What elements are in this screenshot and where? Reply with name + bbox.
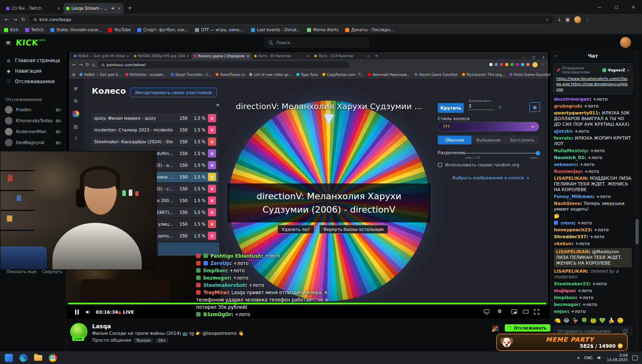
edge-icon[interactable]	[19, 353, 28, 363]
emote[interactable]: 😂	[563, 318, 569, 323]
pinned-chevron-icon[interactable]: ∨	[627, 68, 629, 72]
forward-button[interactable]: →	[13, 17, 17, 22]
pip-icon[interactable]	[511, 309, 517, 314]
meme-party-banner[interactable]: 🐶 MEME PARTY 582$ / 14900	[496, 334, 628, 351]
emote[interactable]: 🙂	[617, 318, 624, 323]
stream-tag[interactable]: 18+	[156, 338, 168, 343]
chat-username[interactable]: zmox	[561, 220, 577, 226]
reload-button[interactable]: ↻	[21, 17, 25, 22]
chat-username[interactable]: vkekuv	[554, 241, 575, 246]
bookmark-item[interactable]: Last events - Donat...	[251, 28, 300, 32]
page-scrollbar[interactable]	[635, 51, 639, 351]
sidebar-channel-item[interactable]: KhovanskyToday	[0, 115, 66, 126]
sidebar-nav-item[interactable]: ⌂ Главная страница	[0, 55, 66, 66]
tab-close-icon[interactable]: ×	[57, 6, 61, 11]
chat-username[interactable]: grubogrub	[554, 103, 584, 109]
collapse-chat-icon[interactable]: «	[554, 53, 557, 58]
search-box[interactable]: Поиск	[265, 38, 369, 47]
settings-gear-icon[interactable]: ⚙	[497, 308, 502, 314]
chat-username[interactable]: qJetski	[554, 129, 575, 134]
chat-username[interactable]: RussianJay	[554, 169, 584, 174]
chat-username[interactable]: LISAPELIKAN	[554, 176, 590, 181]
chat-username[interactable]: dexxtrmorgan	[554, 97, 593, 102]
bookmark-item[interactable]: YouTube	[108, 28, 131, 32]
chat-username[interactable]: sebasorc	[554, 162, 580, 167]
file-explorer-icon[interactable]	[33, 353, 43, 363]
pinned-links[interactable]: https://www.donationalerts.com/r/lasqa и…	[556, 76, 629, 92]
chat-username[interactable]: fevralx	[554, 136, 575, 141]
stream-tag[interactable]: Russian	[134, 338, 153, 343]
bookmark-item[interactable]: Twitch	[25, 28, 44, 32]
taskbar-clock[interactable]: 0:09 14.09.2025	[607, 353, 628, 362]
chat-username[interactable]: LISAPELIKAN	[554, 269, 590, 274]
user-avatar[interactable]	[620, 37, 631, 48]
downloads-icon[interactable]: ↓	[557, 17, 561, 22]
tab-close-icon[interactable]: ×	[117, 6, 121, 11]
chat-username[interactable]: Naumich_02	[554, 155, 588, 160]
bookmark-item[interactable]: DTF — игры, кино,...	[195, 28, 244, 32]
chat-username[interactable]: qwertyqwerty011	[554, 110, 602, 116]
pause-button[interactable]	[75, 310, 79, 314]
chat-username[interactable]: bezmogor	[554, 302, 582, 307]
sidebar-channel-item[interactable]: AndersonMan	[0, 126, 66, 137]
emote[interactable]: 🐸	[590, 318, 597, 323]
sidebar-nav-item[interactable]: ♡ Отслеживаемое	[0, 76, 66, 87]
chat-username[interactable]: enjov	[554, 309, 571, 314]
browser-tab[interactable]: Lasqa Stream - Watch Live ×	[63, 3, 123, 14]
webcam-pip[interactable]	[0, 151, 157, 270]
emote[interactable]: 🍋	[554, 318, 561, 323]
emote[interactable]: 🦆	[572, 318, 578, 323]
tray-volume-icon[interactable]	[597, 355, 602, 360]
notification-center-icon[interactable]	[632, 355, 638, 360]
theater-mode-icon[interactable]	[523, 309, 529, 314]
language-indicator[interactable]: ENG	[584, 355, 592, 360]
collapse-sidebar-button[interactable]: Свернуть	[42, 269, 63, 274]
emote[interactable]: 💚	[599, 318, 605, 323]
stream-progress-bar[interactable]	[68, 303, 546, 304]
tab-audio-icon[interactable]	[111, 6, 115, 10]
chat-username[interactable]: LISAPELIKAN	[556, 249, 592, 254]
taskbar-app-icon[interactable]	[4, 353, 14, 363]
chat-username[interactable]: limpikon	[554, 295, 579, 300]
chat-message-list[interactable]: Sexys22+лото Diamcy+лото Svinorez1+лото …	[551, 97, 635, 316]
tray-expand-icon[interactable]: ∧	[577, 355, 580, 360]
follow-button[interactable]: ♡ Отслеживать	[505, 324, 550, 332]
back-button[interactable]: ←	[5, 17, 9, 22]
scrollbar-thumb[interactable]	[636, 219, 639, 244]
chat-username[interactable]: Funny_Milkman	[554, 194, 596, 199]
browser-tab[interactable]: (2) Nix - Twitch ×	[3, 3, 63, 14]
bookmark-item[interactable]: Донаты - Последн...	[345, 28, 394, 32]
show-more-button[interactable]: Показать еще	[6, 269, 37, 274]
kick-logo[interactable]: KICK	[15, 38, 39, 47]
close-button[interactable]: ×	[625, 0, 642, 14]
chat-username[interactable]: honeypeach23	[554, 227, 594, 233]
emote[interactable]: 🍌	[608, 318, 614, 323]
stream-category[interactable]: Просто общение	[92, 338, 131, 343]
extensions-icon[interactable]: ▣	[565, 17, 570, 22]
new-tab-button[interactable]: +	[128, 5, 132, 11]
maximize-button[interactable]: □	[608, 0, 625, 14]
chat-username[interactable]: mujique	[554, 288, 577, 293]
chat-username[interactable]: Steelmaker23	[554, 281, 592, 286]
fullscreen-icon[interactable]	[534, 309, 539, 314]
address-input[interactable]: ⊙ kick.com/lasqa ☆	[29, 16, 553, 24]
bookmark-item[interactable]: Kick	[4, 28, 19, 32]
channel-title-name[interactable]: Lasqa	[92, 323, 111, 330]
hamburger-menu-icon[interactable]: ≡	[6, 39, 11, 46]
chat-username[interactable]: NashSlons	[554, 201, 584, 206]
chat-username[interactable]: Shredder337	[554, 234, 590, 239]
chat-username[interactable]: HullaMestniy	[554, 148, 590, 153]
sidebar-channel-item[interactable]: DedBagnyuk	[0, 137, 66, 148]
bookmark-item[interactable]: Stake: Онлайн-кази...	[50, 28, 102, 32]
bookmark-item[interactable]: Meme Alerts	[307, 28, 339, 32]
browser-profile-avatar[interactable]	[574, 16, 581, 23]
emote[interactable]: 🍀	[581, 318, 588, 323]
cast-icon[interactable]	[484, 309, 490, 314]
site-info-icon[interactable]: ⊙	[33, 17, 37, 22]
bookmark-item[interactable]: Спорт: футбол, хок...	[137, 28, 188, 32]
sidebar-nav-item[interactable]: ◈ Навигация	[0, 66, 66, 76]
volume-icon[interactable]	[85, 310, 91, 314]
chrome-icon[interactable]	[48, 353, 58, 363]
sidebar-channel-item[interactable]: Praden	[0, 104, 66, 115]
minimize-button[interactable]: —	[591, 0, 608, 14]
